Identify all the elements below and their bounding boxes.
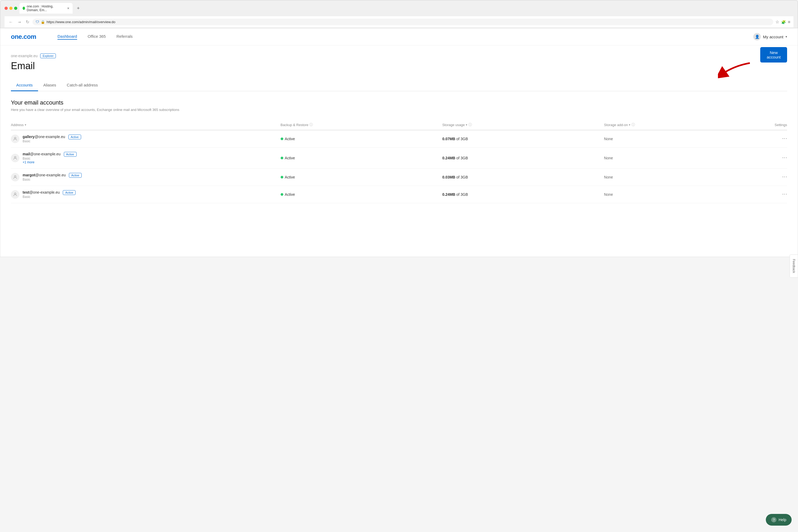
tab-accounts[interactable]: Accounts bbox=[11, 79, 38, 91]
email-details-row3: margot@one-example.eu Active Basic bbox=[23, 173, 82, 182]
address-bar[interactable] bbox=[46, 20, 770, 24]
tab-aliases[interactable]: Aliases bbox=[38, 79, 61, 91]
sort-address-icon: ▾ bbox=[25, 123, 26, 127]
tabs-bar: Accounts Aliases Catch-all address bbox=[11, 79, 787, 91]
feedback-tab[interactable]: Feedback bbox=[790, 254, 798, 257]
minimize-dot[interactable] bbox=[9, 7, 13, 10]
col-label-addon: Storage add-on bbox=[604, 123, 628, 127]
nav-link-dashboard[interactable]: Dashboard bbox=[57, 34, 77, 40]
my-account-menu[interactable]: 👤 My account ▾ bbox=[753, 33, 787, 40]
settings-menu-row1[interactable]: ⋮ bbox=[782, 136, 787, 141]
nav-link-office365[interactable]: Office 365 bbox=[88, 34, 106, 40]
user-icon: 👤 bbox=[753, 33, 761, 40]
email-address-row3[interactable]: margot@one-example.eu Active bbox=[23, 173, 82, 178]
table-row: gallery@one-example.eu Active Basic Acti… bbox=[11, 130, 787, 148]
extensions-icon[interactable]: 🧩 bbox=[781, 20, 786, 24]
email-avatar-row4 bbox=[11, 190, 19, 199]
email-address-row1[interactable]: gallery@one-example.eu Active bbox=[23, 135, 81, 139]
storage-row2: 0.24MB of 3GB bbox=[442, 156, 604, 160]
addon-row3: None bbox=[604, 175, 766, 179]
browser-tab[interactable]: one.com : Hosting, Domain, Em... ✕ bbox=[19, 3, 73, 14]
top-nav: one.com Dashboard Office 365 Referrals 👤… bbox=[0, 28, 798, 45]
storage-row3: 0.03MB of 3GB bbox=[442, 175, 604, 179]
tab-close-btn[interactable]: ✕ bbox=[67, 7, 70, 10]
page-title: Email bbox=[11, 60, 35, 72]
my-account-label: My account bbox=[763, 35, 783, 39]
col-label-backup: Backup & Restore bbox=[281, 123, 308, 127]
email-address-row2[interactable]: mail@one-example.eu Active bbox=[23, 152, 77, 157]
section-title: Your email accounts bbox=[11, 99, 787, 106]
tab-catchall[interactable]: Catch-all address bbox=[61, 79, 103, 91]
browser-toolbar: ← → ↻ 🛡 🔒 ☆ 🧩 ≡ bbox=[4, 16, 794, 28]
email-details-row1: gallery@one-example.eu Active Basic bbox=[23, 135, 81, 143]
new-tab-button[interactable]: + bbox=[75, 5, 82, 11]
close-dot[interactable] bbox=[4, 7, 8, 10]
backup-info-icon[interactable]: ⓘ bbox=[309, 122, 313, 127]
col-label-address: Address bbox=[11, 123, 24, 127]
settings-col-row3: ⋮ bbox=[766, 174, 787, 180]
storage-row1: 0.07MB of 3GB bbox=[442, 137, 604, 141]
green-dot-row4 bbox=[281, 193, 283, 196]
email-plan-row4: Basic bbox=[23, 195, 76, 199]
email-plan-row1: Basic bbox=[23, 139, 81, 143]
table-row: margot@one-example.eu Active Basic Activ… bbox=[11, 169, 787, 186]
status-badge-row4: Active bbox=[63, 190, 76, 195]
svg-point-3 bbox=[14, 193, 16, 194]
more-link-row2[interactable]: +1 more bbox=[23, 160, 77, 164]
backup-status-row4: Active bbox=[281, 192, 442, 196]
col-header-address[interactable]: Address ▾ bbox=[11, 122, 281, 127]
email-address-row4[interactable]: test@one-example.eu Active bbox=[23, 190, 76, 195]
status-badge-row1: Active bbox=[68, 135, 81, 139]
forward-button[interactable]: → bbox=[16, 19, 23, 25]
domain-name: one-example.eu bbox=[11, 54, 38, 58]
col-header-storage[interactable]: Storage usage ▾ ⓘ bbox=[442, 122, 604, 127]
chevron-down-icon: ▾ bbox=[785, 35, 787, 39]
bookmark-icon[interactable]: ☆ bbox=[775, 19, 779, 24]
refresh-button[interactable]: ↻ bbox=[25, 18, 30, 25]
col-label-settings: Settings bbox=[775, 123, 787, 127]
email-avatar-row2 bbox=[11, 154, 19, 162]
col-label-storage: Storage usage bbox=[442, 123, 465, 127]
shield-icon: 🛡 bbox=[36, 20, 39, 24]
email-info-row2: mail@one-example.eu Active Basic +1 more bbox=[11, 152, 281, 164]
svg-point-1 bbox=[14, 156, 16, 158]
back-button[interactable]: ← bbox=[8, 19, 14, 25]
email-avatar-row3 bbox=[11, 173, 19, 182]
page-content: one-example.eu Explorer Email New accoun… bbox=[0, 45, 798, 211]
settings-menu-row4[interactable]: ⋮ bbox=[782, 192, 787, 197]
email-plan-row3: Basic bbox=[23, 178, 82, 182]
email-info-row3: margot@one-example.eu Active Basic bbox=[11, 173, 281, 182]
status-badge-row3: Active bbox=[69, 173, 82, 178]
settings-menu-row2[interactable]: ⋮ bbox=[782, 155, 787, 161]
logo[interactable]: one.com bbox=[11, 33, 36, 40]
nav-link-referrals[interactable]: Referrals bbox=[116, 34, 133, 40]
green-dot-row3 bbox=[281, 176, 283, 178]
settings-menu-row3[interactable]: ⋮ bbox=[782, 174, 787, 180]
section-desc: Here you have a clear overview of your e… bbox=[11, 108, 787, 112]
backup-status-row1: Active bbox=[281, 137, 442, 141]
email-details-row2: mail@one-example.eu Active Basic +1 more bbox=[23, 152, 77, 164]
menu-icon[interactable]: ≡ bbox=[788, 20, 790, 24]
addon-info-icon[interactable]: ⓘ bbox=[631, 122, 635, 127]
green-dot-row1 bbox=[281, 137, 283, 140]
email-details-row4: test@one-example.eu Active Basic bbox=[23, 190, 76, 199]
settings-col-row2: ⋮ bbox=[766, 155, 787, 161]
sort-addon-icon: ▾ bbox=[629, 123, 630, 127]
green-dot-row2 bbox=[281, 157, 283, 159]
logo-one: one bbox=[11, 33, 22, 40]
settings-col-row1: ⋮ bbox=[766, 136, 787, 141]
storage-row4: 0.24MB of 3GB bbox=[442, 192, 604, 196]
storage-info-icon[interactable]: ⓘ bbox=[469, 122, 472, 127]
col-header-backup: Backup & Restore ⓘ bbox=[281, 122, 442, 127]
email-info-row1: gallery@one-example.eu Active Basic bbox=[11, 135, 281, 143]
tab-title: one.com : Hosting, Domain, Em... bbox=[26, 4, 64, 12]
email-info-row4: test@one-example.eu Active Basic bbox=[11, 190, 281, 199]
settings-col-row4: ⋮ bbox=[766, 192, 787, 197]
tab-favicon bbox=[23, 7, 25, 10]
table-row: test@one-example.eu Active Basic Active … bbox=[11, 186, 787, 203]
status-badge-row2: Active bbox=[64, 152, 77, 157]
maximize-dot[interactable] bbox=[14, 7, 17, 10]
new-account-button[interactable]: New account bbox=[760, 47, 787, 62]
col-header-addon[interactable]: Storage add-on ▾ ⓘ bbox=[604, 122, 766, 127]
backup-status-row3: Active bbox=[281, 175, 442, 179]
